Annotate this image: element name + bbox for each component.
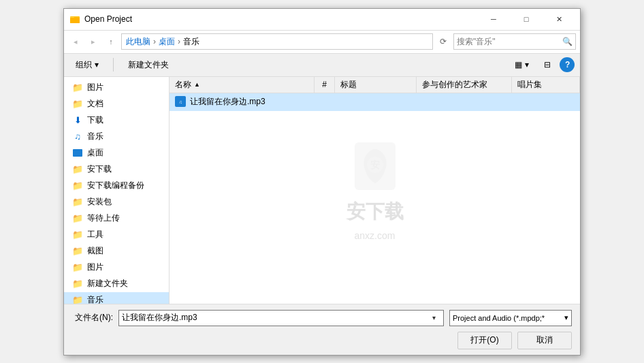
folder-yellow-icon: 📁 [72, 180, 83, 191]
file-title-cell [335, 93, 417, 110]
sidebar-item-downloads[interactable]: ⬇ 下载 [64, 112, 169, 129]
sidebar-item-anxiazai-backup[interactable]: 📁 安下载编程备份 [64, 178, 169, 194]
watermark: 安 安下载 anxz.com [347, 139, 404, 241]
sidebar-label: 音乐 [87, 294, 103, 304]
sidebar-item-music2[interactable]: 📁 音乐 [64, 292, 169, 304]
filename-dropdown-button[interactable]: ▾ [427, 311, 440, 326]
header-artist[interactable]: 参与创作的艺术家 [417, 77, 512, 93]
header-album[interactable]: 唱片集 [512, 77, 580, 93]
pane-icon: ⊟ [544, 60, 551, 69]
svg-point-4 [367, 157, 383, 173]
file-album-cell [512, 93, 580, 110]
sidebar-item-installer[interactable]: 📁 安装包 [64, 194, 169, 210]
filetype-label: Project and Audio (*.mpdp;* [453, 314, 545, 322]
sidebar-item-pictures2[interactable]: 📁 图片 [64, 259, 169, 276]
sidebar-item-desktop[interactable]: 桌面 [64, 145, 169, 161]
refresh-button[interactable]: ⟳ [436, 34, 451, 49]
table-row[interactable]: ♫ 让我留在你身边.mp3 [170, 93, 580, 111]
music-icon: ♫ [72, 131, 83, 142]
file-hash-cell [315, 93, 335, 110]
sidebar-label: 截图 [87, 245, 103, 257]
file-list[interactable]: 安 安下载 anxz.com 名称 ▲ # 标题 参与创作的艺术家 [170, 77, 580, 304]
desktop-icon [72, 148, 83, 159]
up-icon: ↑ [109, 37, 113, 46]
folder-yellow-icon: 📁 [72, 197, 83, 208]
header-name[interactable]: 名称 ▲ [170, 77, 315, 93]
close-button[interactable]: ✕ [543, 12, 575, 26]
file-list-header: 名称 ▲ # 标题 参与创作的艺术家 唱片集 [170, 77, 580, 93]
filetype-arrow: ▾ [564, 313, 568, 322]
view-button[interactable]: ▦ ▾ [509, 57, 535, 73]
pane-button[interactable]: ⊟ [538, 57, 557, 73]
sidebar-item-screenshots[interactable]: 📁 截图 [64, 243, 169, 259]
open-button[interactable]: 打开(O) [457, 332, 512, 349]
sidebar-item-documents[interactable]: 📁 文档 [64, 96, 169, 112]
folder-yellow-icon: 📁 [72, 246, 83, 257]
search-icon: 🔍 [562, 37, 573, 46]
breadcrumb[interactable]: 此电脑 › 桌面 › 音乐 [121, 33, 433, 50]
sidebar-label: 安装包 [87, 196, 112, 208]
sidebar-item-anxiazai[interactable]: 📁 安下载 [64, 161, 169, 178]
download-icon: ⬇ [72, 115, 83, 126]
svg-rect-2 [70, 18, 80, 23]
folder-yellow-icon: 📁 [72, 262, 83, 273]
file-name-cell: ♫ 让我留在你身边.mp3 [170, 93, 315, 110]
minimize-button[interactable]: ─ [478, 12, 509, 26]
open-project-dialog: Open Project ─ □ ✕ ◂ ▸ ↑ 此电脑 › 桌面 › 音乐 ⟳ [63, 8, 581, 356]
filename-input-wrapper[interactable]: ▾ [118, 310, 444, 326]
breadcrumb-desktop[interactable]: 桌面 [159, 36, 175, 48]
sidebar: 📁 图片 📁 文档 ⬇ 下载 ♫ 音乐 [64, 77, 170, 304]
folder-yellow-icon: 📁 [72, 99, 83, 110]
filename-label: 文件名(N): [72, 312, 113, 323]
folder-yellow-icon: 📁 [72, 82, 83, 93]
sidebar-label: 图片 [87, 82, 103, 93]
sidebar-item-pictures[interactable]: 📁 图片 [64, 80, 169, 96]
filetype-select[interactable]: Project and Audio (*.mpdp;* ▾ [449, 310, 572, 326]
address-bar: ◂ ▸ ↑ 此电脑 › 桌面 › 音乐 ⟳ 🔍 [64, 31, 580, 54]
filename-row: 文件名(N): ▾ Project and Audio (*.mpdp;* ▾ [72, 310, 572, 326]
folder-yellow-icon: 📁 [72, 164, 83, 175]
new-folder-button[interactable]: 新建文件夹 [122, 57, 175, 73]
search-box[interactable]: 🔍 [453, 33, 576, 50]
file-name-text: 让我留在你身边.mp3 [190, 96, 265, 108]
sidebar-label: 桌面 [87, 147, 103, 159]
search-input[interactable] [457, 37, 560, 46]
organize-button[interactable]: 组织 ▾ [69, 57, 105, 73]
forward-icon: ▸ [91, 37, 95, 46]
mp3-icon: ♫ [175, 96, 186, 107]
new-folder-label: 新建文件夹 [128, 59, 169, 71]
action-row: 打开(O) 取消 [72, 332, 572, 349]
sidebar-item-tools[interactable]: 📁 工具 [64, 227, 169, 243]
cancel-label: 取消 [536, 334, 553, 346]
toolbar: 组织 ▾ 新建文件夹 ▦ ▾ ⊟ ? [64, 54, 580, 77]
header-hash[interactable]: # [315, 77, 335, 93]
watermark-url: anxz.com [355, 230, 396, 241]
bottom-bar: 文件名(N): ▾ Project and Audio (*.mpdp;* ▾ … [64, 304, 580, 355]
folder-yellow-icon: 📁 [72, 230, 83, 240]
sidebar-label: 等待上传 [87, 212, 120, 224]
help-icon: ? [565, 60, 570, 69]
header-title[interactable]: 标题 [335, 77, 417, 93]
sidebar-label: 工具 [87, 229, 103, 240]
sidebar-item-music[interactable]: ♫ 音乐 [64, 129, 169, 145]
svg-rect-3 [355, 142, 396, 190]
sidebar-label: 音乐 [87, 131, 103, 142]
sidebar-label: 图片 [87, 262, 103, 273]
sidebar-label: 安下载编程备份 [87, 180, 144, 191]
sidebar-label: 新建文件夹 [87, 278, 128, 289]
maximize-button[interactable]: □ [511, 12, 542, 26]
view-icon: ▦ [515, 60, 522, 69]
cancel-button[interactable]: 取消 [517, 332, 572, 349]
folder-yellow-icon: 📁 [72, 279, 83, 289]
view-arrow: ▾ [525, 60, 529, 69]
breadcrumb-this-pc[interactable]: 此电脑 [126, 36, 150, 48]
sidebar-item-new-folder[interactable]: 📁 新建文件夹 [64, 276, 169, 292]
toolbar-separator [113, 58, 114, 72]
sidebar-item-pending-upload[interactable]: 📁 等待上传 [64, 210, 169, 227]
up-button[interactable]: ↑ [103, 34, 118, 49]
organize-arrow: ▾ [95, 60, 99, 69]
forward-button[interactable]: ▸ [86, 34, 101, 49]
back-button[interactable]: ◂ [68, 34, 83, 49]
filename-input[interactable] [122, 313, 427, 323]
help-button[interactable]: ? [560, 57, 575, 72]
